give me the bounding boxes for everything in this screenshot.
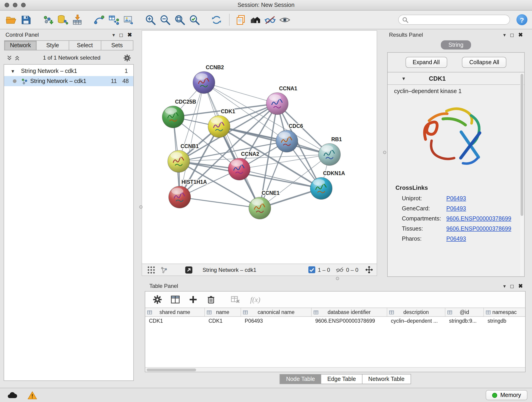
- table-panel-title: Table Panel: [149, 283, 178, 289]
- tissues-link[interactable]: 9606.ENSP00000378699: [446, 225, 511, 232]
- results-panel-float-icon[interactable]: ▾: [503, 32, 506, 37]
- glasses-slash-icon: [264, 14, 276, 26]
- table-panel-maximize-icon[interactable]: ◻: [510, 283, 514, 288]
- network-options-gear-icon[interactable]: [123, 54, 131, 62]
- zoom-selected-button[interactable]: [188, 13, 201, 26]
- table-tabs: Node Table Edge Table Network Table: [155, 374, 532, 384]
- home-networks-button[interactable]: [249, 13, 262, 26]
- protein-details-card: ▼ CDK1 cyclin–dependent kinase 1: [387, 72, 525, 277]
- tab-select[interactable]: Select: [69, 40, 101, 51]
- compartments-link[interactable]: 9606.ENSP00000378699: [446, 216, 511, 222]
- table-scrollbar-thumb[interactable]: [147, 369, 196, 371]
- zoom-out-icon: [159, 14, 171, 26]
- column-header-id[interactable]: @id: [445, 308, 484, 316]
- zoom-in-button[interactable]: [144, 13, 157, 26]
- selected-checkbox-icon[interactable]: [308, 266, 316, 274]
- tab-edge-table[interactable]: Edge Table: [322, 374, 362, 384]
- search-input[interactable]: [411, 17, 506, 23]
- new-network-button[interactable]: [93, 13, 106, 26]
- tree-expander-icon[interactable]: ▼: [11, 69, 15, 74]
- control-panel-float-icon[interactable]: ▾: [113, 32, 115, 37]
- export-image-button[interactable]: [122, 13, 135, 26]
- collapse-all-button[interactable]: Collapse All: [462, 57, 507, 68]
- network-glyph-button[interactable]: [158, 265, 170, 275]
- crosslink-label: Compartments:: [402, 216, 446, 222]
- uniprot-link[interactable]: P06493: [446, 195, 466, 202]
- open-session-button[interactable]: [5, 13, 18, 26]
- column-header-database-identifier[interactable]: database identifier: [312, 308, 387, 316]
- network-edge[interactable]: [204, 83, 277, 104]
- memory-button[interactable]: Memory: [486, 390, 527, 400]
- results-scrollbar-thumb[interactable]: [520, 74, 523, 216]
- expand-all-button[interactable]: Expand All: [405, 57, 447, 68]
- right-splitter-handle[interactable]: [383, 151, 386, 154]
- create-column-button[interactable]: [187, 294, 198, 305]
- network-row[interactable]: String Network – cdk1 11 48: [4, 76, 133, 86]
- search-box[interactable]: [398, 15, 510, 25]
- column-header-namespace[interactable]: namespac: [484, 308, 525, 316]
- network-collection-row[interactable]: ▼ String Network – cdk1 1: [4, 66, 133, 76]
- show-eye-button[interactable]: [278, 13, 291, 26]
- control-panel-close-icon[interactable]: ✖: [127, 32, 132, 38]
- network-edge[interactable]: [180, 197, 260, 208]
- table-row[interactable]: CDK1 CDK1 P06493 9606.ENSP00000378699 cy…: [145, 317, 525, 326]
- show-columns-button[interactable]: [170, 294, 181, 305]
- tab-network-table[interactable]: Network Table: [362, 374, 411, 384]
- table-horizontal-scrollbar[interactable]: [145, 367, 525, 372]
- help-button[interactable]: ?: [516, 14, 527, 25]
- crosslink-row: Pharos: P06493: [388, 234, 524, 244]
- table-panel-close-icon[interactable]: ✖: [518, 283, 523, 289]
- bottom-splitter-handle[interactable]: [336, 277, 339, 280]
- tab-node-table[interactable]: Node Table: [280, 374, 322, 384]
- crosshair-move-icon[interactable]: [365, 266, 373, 274]
- hidden-glasses-icon[interactable]: [336, 266, 344, 274]
- refresh-button[interactable]: [210, 13, 223, 26]
- copy-document-icon: [235, 14, 247, 26]
- column-header-name[interactable]: name: [205, 308, 241, 316]
- zoom-out-button[interactable]: [158, 13, 172, 26]
- tab-network[interactable]: Network: [4, 40, 36, 51]
- column-header-canonical-name[interactable]: canonical name: [241, 308, 312, 316]
- table-panel-float-icon[interactable]: ▾: [503, 283, 506, 288]
- eye-icon: [279, 14, 291, 26]
- network-name: String Network – cdk1: [30, 78, 86, 84]
- cell-name: CDK1: [205, 317, 241, 326]
- delete-table-button[interactable]: [230, 294, 241, 305]
- function-builder-button[interactable]: f(x): [250, 295, 260, 304]
- copy-document-button[interactable]: [234, 13, 247, 26]
- table-options-button[interactable]: [152, 294, 163, 305]
- expand-all-icon[interactable]: [14, 55, 20, 61]
- results-panel-close-icon[interactable]: ✖: [518, 32, 523, 38]
- save-session-button[interactable]: [19, 13, 32, 26]
- delete-column-button[interactable]: [205, 294, 216, 305]
- export-network-button[interactable]: [183, 265, 194, 275]
- protein-expander-icon[interactable]: ▼: [401, 76, 406, 81]
- import-network-from-file-button[interactable]: [41, 13, 55, 26]
- new-network-from-table-button[interactable]: [107, 13, 120, 26]
- hide-structures-button[interactable]: [264, 13, 277, 26]
- export-image-icon: [123, 14, 134, 26]
- tab-string[interactable]: String: [441, 40, 471, 50]
- import-table-from-file-button[interactable]: [70, 13, 84, 26]
- results-scrollbar[interactable]: [520, 73, 524, 276]
- zoom-fit-button[interactable]: [173, 13, 186, 26]
- tab-sets[interactable]: Sets: [101, 40, 133, 51]
- left-splitter-handle[interactable]: [139, 205, 143, 209]
- column-header-description[interactable]: description: [387, 308, 445, 316]
- birds-eye-view-button[interactable]: [146, 265, 157, 275]
- genecard-link[interactable]: P06493: [446, 205, 466, 212]
- column-header-shared-name[interactable]: shared name: [145, 308, 205, 316]
- toolbar-separator: [229, 14, 230, 26]
- column-type-icon: [243, 310, 248, 315]
- column-type-icon: [313, 310, 318, 315]
- network-canvas[interactable]: CCNB2CCNA1CDC25BCDK1CDC6RB1CCNB1CCNA2CDK…: [142, 30, 377, 264]
- cloud-button[interactable]: [5, 390, 20, 401]
- tab-style[interactable]: Style: [36, 40, 69, 51]
- columns-icon: [170, 295, 180, 304]
- collapse-all-icon[interactable]: [6, 55, 12, 61]
- pharos-link[interactable]: P06493: [446, 236, 466, 242]
- control-panel-maximize-icon[interactable]: ◻: [119, 32, 123, 37]
- warnings-button[interactable]: [24, 390, 40, 401]
- results-panel-maximize-icon[interactable]: ◻: [510, 32, 514, 37]
- import-network-from-database-button[interactable]: [56, 13, 69, 26]
